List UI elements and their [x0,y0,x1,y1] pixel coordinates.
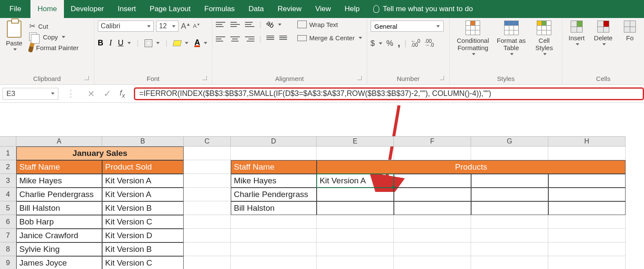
wrap-text-button[interactable]: Wrap Text [297,21,362,28]
cell[interactable] [231,242,317,256]
comma-format-button[interactable]: , [398,38,400,49]
tab-page-layout[interactable]: Page Layout [143,0,197,18]
increase-decimal-button[interactable]: ←.0.00 [411,39,420,47]
cell[interactable]: Janice Crawford [16,229,102,242]
col-header-c[interactable]: C [184,137,231,146]
dialog-launcher-icon[interactable] [203,76,207,80]
cell[interactable] [548,215,626,229]
cell[interactable] [184,242,231,256]
percent-format-button[interactable]: % [387,39,393,48]
cell[interactable] [317,256,394,269]
cell[interactable] [548,201,626,215]
col-header-h[interactable]: H [548,137,626,146]
decrease-font-button[interactable]: A▼ [193,23,200,29]
conditional-formatting-button[interactable]: Conditional Formatting [457,21,489,55]
italic-button[interactable]: I [109,39,112,48]
cell[interactable] [548,242,626,256]
cell[interactable] [317,242,394,256]
cell[interactable]: Bill Halston [16,201,102,215]
cell[interactable] [317,229,394,242]
cell[interactable] [394,201,471,215]
cell[interactable]: James Joyce [16,256,102,269]
name-box[interactable]: E3 [3,88,58,100]
cell[interactable] [394,146,471,160]
bold-button[interactable]: B [98,39,103,48]
cell[interactable] [394,256,471,269]
cell[interactable]: January Sales [16,146,184,160]
cell[interactable] [548,188,626,201]
orientation-button[interactable]: ab [266,21,281,28]
tab-developer[interactable]: Developer [64,0,111,18]
tab-help[interactable]: Help [338,0,366,18]
cell[interactable] [548,146,626,160]
decrease-indent-button[interactable] [266,36,274,42]
align-top-button[interactable] [216,21,225,28]
font-name-select[interactable]: Calibri [98,21,154,32]
cell[interactable] [184,188,231,201]
cell[interactable]: Kit Version C [102,215,184,229]
insert-cells-button[interactable]: Insert [566,21,587,45]
cell[interactable] [394,215,471,229]
row-header[interactable]: 5 [0,201,16,215]
decrease-decimal-button[interactable]: .00→.0 [424,39,434,47]
cell[interactable] [184,229,231,242]
cell[interactable]: Bill Halston [231,201,317,215]
cell[interactable]: Products [317,160,626,174]
cell[interactable] [471,242,548,256]
cell[interactable] [231,146,317,160]
borders-button[interactable] [145,39,160,47]
tab-formulas[interactable]: Formulas [197,0,242,18]
row-header[interactable]: 1 [0,146,16,160]
format-cells-button[interactable]: Fo [619,21,641,42]
align-middle-button[interactable] [230,21,240,28]
tab-review[interactable]: Review [271,0,308,18]
cell[interactable]: Kit Version A [102,174,184,188]
row-header[interactable]: 6 [0,215,16,229]
cell[interactable]: Kit Version B [102,242,184,256]
cell[interactable] [184,174,231,188]
formula-input[interactable]: =IFERROR(INDEX($B$3:$B$37,SMALL(IF(D$3=$… [134,87,644,100]
dialog-launcher-icon[interactable] [85,76,89,80]
cell[interactable] [471,188,548,201]
cell[interactable] [184,256,231,269]
cell[interactable]: Staff Name [16,160,102,174]
cell[interactable]: Staff Name [231,160,317,174]
row-header[interactable]: 2 [0,160,16,174]
merge-center-button[interactable]: Merge & Center [297,34,362,42]
cell[interactable] [231,229,317,242]
align-bottom-button[interactable] [245,21,254,28]
cell[interactable]: Product Sold [102,160,184,174]
paste-button[interactable]: Paste [3,21,25,51]
tab-insert[interactable]: Insert [111,0,143,18]
cell[interactable] [394,229,471,242]
cell[interactable] [231,256,317,269]
cell[interactable] [184,215,231,229]
cut-button[interactable]: ✂ Cut [29,21,79,31]
cell[interactable] [184,146,231,160]
row-header[interactable]: 3 [0,174,16,188]
cell[interactable] [471,229,548,242]
underline-button[interactable]: U [118,39,131,48]
cell[interactable]: Sylvie King [16,242,102,256]
cell[interactable]: Kit Version C [102,256,184,269]
cell[interactable] [471,201,548,215]
cell[interactable] [394,174,471,188]
format-as-table-button[interactable]: Format as Table [497,21,526,55]
cell[interactable] [548,229,626,242]
cell[interactable] [184,201,231,215]
align-right-button[interactable] [245,35,254,43]
cell[interactable]: Charlie Pendergrass [16,188,102,201]
cell[interactable] [471,174,548,188]
delete-cells-button[interactable]: Delete [593,21,614,45]
cell[interactable]: Bob Harp [16,215,102,229]
cell[interactable]: Charlie Pendergrass [231,188,317,201]
cancel-formula-button[interactable]: ✕ [83,89,99,99]
select-all-corner[interactable] [0,137,16,146]
col-header-a[interactable]: A [16,137,102,146]
col-header-e[interactable]: E [317,137,394,146]
tell-me-search[interactable]: Tell me what you want to do [366,0,480,18]
cell[interactable]: Kit Version A [102,188,184,201]
col-header-b[interactable]: B [102,137,184,146]
cell-styles-button[interactable]: Cell Styles [533,21,555,55]
cell[interactable] [317,201,394,215]
